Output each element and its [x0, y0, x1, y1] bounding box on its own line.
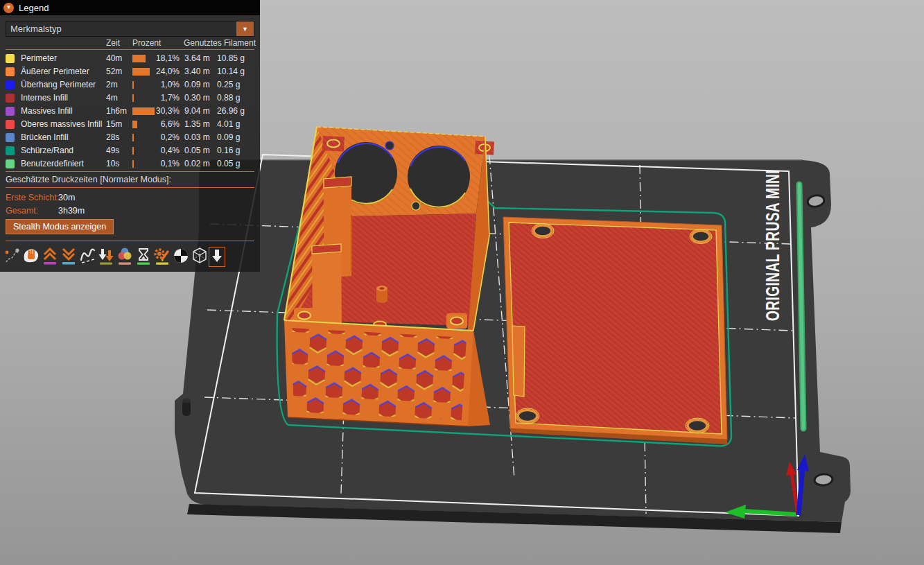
feature-time: 15m: [106, 119, 122, 129]
total-time-value: 3h39m: [58, 206, 85, 216]
model-enclosure-box[interactable]: [284, 127, 494, 426]
feature-type-dropdown[interactable]: Merkmalstyp ▼: [6, 21, 254, 37]
shells-icon[interactable]: [190, 245, 209, 268]
feature-row: Äußerer Perimeter 52m 24,0% 3.40 m 10.14…: [0, 66, 260, 79]
feature-length: 0.02 m: [184, 159, 210, 168]
feature-time: 52m: [106, 67, 122, 76]
feature-color-swatch: [6, 133, 15, 142]
divider: [6, 49, 254, 50]
feature-time: 28s: [106, 132, 119, 142]
feature-weight: 4.01 g: [217, 119, 240, 129]
color-changes-icon[interactable]: [115, 245, 134, 268]
feature-weight: 0.25 g: [217, 80, 240, 89]
feature-percent: 18,1%: [132, 53, 180, 63]
feature-row: Perimeter 40m 18,1% 3.64 m 10.85 g: [0, 53, 260, 66]
tool-marker-icon[interactable]: [209, 247, 225, 267]
deretractions-icon[interactable]: [59, 245, 78, 268]
feature-name: Internes Infill: [21, 93, 68, 103]
legend-title: Legend: [19, 3, 49, 13]
feature-color-swatch: [6, 80, 15, 89]
tool-changes-icon[interactable]: [96, 245, 115, 268]
feature-percent: 0,2%: [132, 132, 180, 142]
print-pauses-icon[interactable]: [134, 245, 152, 268]
feature-time: 4m: [106, 93, 118, 103]
feature-weight: 0.16 g: [217, 146, 240, 155]
feature-percent: 30,3%: [132, 106, 180, 116]
feature-rows: Perimeter 40m 18,1% 3.64 m 10.85 g Äußer…: [0, 53, 260, 171]
stealth-mode-button[interactable]: Stealth Modus anzeigen: [6, 219, 114, 234]
feature-name: Brücken Infill: [21, 132, 69, 142]
feature-length: 3.40 m: [184, 67, 210, 76]
feature-name: Schürze/Rand: [21, 146, 73, 155]
feature-row: Massives Infill 1h6m 30,3% 9.04 m 26.96 …: [0, 105, 260, 119]
feature-percent: 24,0%: [132, 67, 180, 76]
feature-length: 0.05 m: [184, 146, 210, 155]
feature-row: Brücken Infill 28s 0,2% 0.03 m 0.09 g: [0, 132, 260, 145]
prusaslicer-preview: ORIGINAL PRUSA MINI: [0, 0, 924, 565]
legend-panel: ▼ Legend Merkmalstyp ▼ Zeit Prozent Genu…: [0, 0, 260, 272]
feature-name: Perimeter: [21, 53, 57, 63]
legend-header[interactable]: ▼ Legend: [0, 0, 260, 15]
feature-row: Schürze/Rand 49s 0,4% 0.05 m 0.16 g: [0, 145, 260, 158]
feature-row: Oberes massives Infill 15m 6,6% 1.35 m 4…: [0, 119, 260, 132]
feature-row: Überhang Perimeter 2m 1,0% 0.09 m 0.25 g: [0, 79, 260, 92]
feature-time: 40m: [106, 53, 122, 63]
divider: [6, 171, 254, 172]
feature-color-swatch: [6, 67, 15, 76]
divider: [6, 241, 254, 241]
model-lid[interactable]: [503, 217, 727, 444]
feature-row: Internes Infill 4m 1,7% 0.30 m 0.88 g: [0, 92, 260, 105]
feature-weight: 0.09 g: [217, 132, 240, 142]
feature-name: Äußerer Perimeter: [21, 67, 89, 76]
feature-color-swatch: [6, 54, 15, 63]
feature-color-swatch: [6, 107, 15, 116]
divider: [6, 187, 254, 188]
total-time-label: Gesamt:: [6, 206, 38, 216]
feature-color-swatch: [6, 94, 15, 103]
custom-gcode-icon[interactable]: [152, 245, 171, 268]
feature-name: Benutzerdefiniert: [21, 159, 84, 168]
feature-weight: 0.88 g: [217, 93, 240, 103]
column-time: Zeit: [106, 38, 120, 48]
bed-brand-text: ORIGINAL PRUSA MINI: [762, 170, 783, 321]
column-percent: Prozent: [132, 38, 161, 48]
seams-icon[interactable]: [78, 245, 96, 268]
feature-percent: 1,7%: [132, 93, 180, 103]
feature-percent: 0,1%: [132, 159, 180, 168]
first-layer-label: Erste Schicht:: [6, 193, 59, 202]
retractions-icon[interactable]: [40, 245, 59, 268]
bed-hole-bottom-right: [814, 473, 833, 486]
feature-time: 10s: [106, 159, 119, 168]
feature-weight: 10.14 g: [217, 67, 245, 76]
feature-weight: 10.85 g: [217, 53, 245, 63]
feature-name: Überhang Perimeter: [21, 80, 96, 89]
feature-color-swatch: [6, 146, 15, 155]
travel-paths-icon[interactable]: [3, 245, 21, 268]
feature-time: 49s: [106, 146, 119, 155]
feature-weight: 26.96 g: [217, 106, 245, 116]
feature-length: 3.64 m: [184, 53, 210, 63]
first-layer-value: 30m: [58, 193, 75, 202]
collapse-icon[interactable]: ▼: [3, 3, 14, 13]
column-filament: Genutztes Filament: [184, 38, 256, 48]
feature-time: 2m: [106, 80, 118, 89]
dropdown-value: Merkmalstyp: [10, 24, 62, 34]
wipe-icon[interactable]: [21, 245, 40, 268]
feature-length: 0.03 m: [184, 132, 210, 142]
feature-row: Benutzerdefiniert 10s 0,1% 0.02 m 0.05 g: [0, 158, 260, 171]
feature-time: 1h6m: [106, 106, 127, 116]
center-of-gravity-icon[interactable]: [171, 245, 190, 268]
dropdown-arrow-icon[interactable]: ▼: [236, 21, 254, 36]
table-header-row: Zeit Prozent Genutztes Filament: [0, 38, 260, 49]
feature-percent: 0,4%: [132, 146, 180, 155]
feature-color-swatch: [6, 120, 15, 129]
feature-length: 1.35 m: [184, 119, 210, 129]
feature-length: 0.09 m: [184, 80, 210, 89]
feature-length: 0.30 m: [184, 93, 210, 103]
feature-percent: 6,6%: [132, 119, 180, 129]
feature-length: 9.04 m: [184, 106, 210, 116]
feature-name: Massives Infill: [21, 106, 73, 116]
feature-percent: 1,0%: [132, 80, 180, 89]
feature-weight: 0.05 g: [217, 159, 240, 168]
feature-name: Oberes massives Infill: [21, 119, 102, 129]
